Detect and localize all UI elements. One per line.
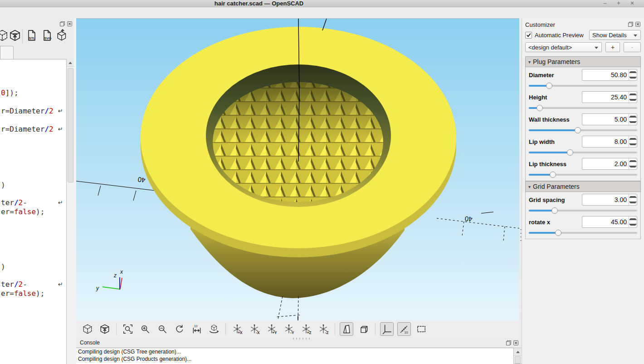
slider-handle[interactable] [551,207,558,214]
editor-tab[interactable] [0,46,14,59]
scrollbar-thumb[interactable] [68,68,73,182]
undock-icon[interactable] [506,339,512,345]
maximize-button[interactable]: + [613,0,624,6]
spin-up-icon[interactable] [629,92,637,97]
close-icon[interactable] [67,20,73,26]
spin-down-icon[interactable] [629,119,637,125]
spin-up-icon[interactable] [629,114,637,119]
orthographic-button[interactable] [357,322,371,336]
perspective-button[interactable] [340,322,353,336]
param-slider-wall-thickness[interactable] [529,127,637,133]
render-button[interactable] [98,322,112,336]
automatic-preview-checkbox[interactable] [525,32,532,39]
preview-button[interactable] [0,29,10,43]
print-3d-button[interactable] [56,29,70,43]
view-plus-x-button[interactable]: +X [230,322,244,336]
param-spinbox-diameter[interactable]: 50.80 [582,69,637,81]
slider-handle[interactable] [575,127,581,133]
close-icon[interactable] [635,21,641,27]
spin-down-icon[interactable] [629,200,637,205]
show-scale-markers-button[interactable]: 10 [397,322,411,336]
param-spinbox-lip-thickness[interactable]: 2.00 [582,158,637,170]
param-value: 25.40 [611,93,627,101]
spin-down-icon[interactable] [629,97,637,103]
svg-text:STL: STL [29,36,35,40]
scroll-up-icon[interactable] [67,59,74,67]
param-spinbox-grid-spacing[interactable]: 3.00 [582,194,637,206]
export-svg-button[interactable]: SVG [41,29,54,43]
spin-up-icon[interactable] [629,216,637,222]
slider-groove [529,107,637,109]
slider-handle[interactable] [537,105,543,111]
slider-handle[interactable] [567,149,573,156]
param-spinbox-wall-thickness[interactable]: 5.00 [582,113,637,125]
spin-down-icon[interactable] [629,142,637,147]
spin-up-icon[interactable] [629,194,637,200]
param-slider-diameter[interactable] [529,83,637,89]
code-line: ) [1,181,5,189]
code-editor[interactable]: 0]);r=Diameter/2↵r=Diameter/2↵)ter/2-↵er… [0,59,66,364]
param-slider-rotate-x[interactable] [529,230,637,236]
3d-viewport[interactable]: 40 40 [76,18,519,320]
view-minus-y-button[interactable]: -Y [282,322,296,336]
param-value: 45.00 [611,218,627,226]
param-slider-lip-thickness[interactable] [529,172,637,178]
undock-icon[interactable] [59,20,65,26]
spin-up-icon[interactable] [629,158,637,164]
spin-down-icon[interactable] [629,164,637,169]
console-scrollbar[interactable] [513,348,522,364]
export-stl-button[interactable]: STL [25,29,39,43]
slider-handle[interactable] [550,172,556,178]
reset-view-button[interactable] [173,322,186,336]
view-plus-z-button[interactable]: +Z [299,322,313,336]
export-stl-icon: STL [25,29,38,42]
preview-button[interactable] [81,322,94,336]
zoom-fit-button[interactable] [121,322,135,336]
param-slider-height[interactable] [529,105,637,111]
console-splitter-handle[interactable] [293,338,311,339]
panel-splitter-handle[interactable] [520,229,522,243]
scroll-up-icon[interactable] [514,348,522,356]
show-details-value: Show Details [592,32,627,39]
spin-down-icon[interactable] [629,75,637,80]
view-plus-y-button[interactable]: +Y [265,322,278,336]
view-all-button[interactable]: 10 [190,322,204,336]
param-slider-lip-width[interactable] [529,149,637,156]
param-spinbox-height[interactable]: 25.40 [582,91,637,103]
zoom-out-button[interactable] [156,322,169,336]
titlebar[interactable]: hair catcher.scad — OpenSCAD – + × [0,0,644,7]
param-spinbox-rotate-x[interactable]: 45.00 [582,216,637,228]
scrollbar-thumb[interactable] [515,356,521,364]
show-axes-button[interactable] [380,322,394,336]
zoom-region-button[interactable] [415,322,428,336]
svg-text:+Y: +Y [272,331,277,334]
close-button[interactable]: × [627,0,638,6]
slider-handle[interactable] [555,230,561,236]
section-header-plug-parameters[interactable]: ▾Plug Parameters [525,56,641,67]
orbit-view-button[interactable] [207,322,221,336]
editor-scrollbar[interactable] [66,59,74,364]
slider-handle[interactable] [546,83,552,89]
spin-up-icon[interactable] [629,136,637,142]
spin-down-icon[interactable] [629,222,637,227]
view-minus-x-button[interactable]: -X [248,322,261,336]
param-spinbox-lip-width[interactable]: 8.00 [582,136,637,148]
section-header-grid-parameters[interactable]: ▾Grid Parameters [525,181,641,192]
show-details-dropdown[interactable]: Show Details [589,30,641,40]
minimize-button[interactable]: – [600,0,610,6]
add-preset-button[interactable]: + [605,42,620,52]
spin-up-icon[interactable] [629,69,637,75]
close-icon[interactable] [513,339,519,345]
render-button[interactable] [9,29,22,43]
zoom-in-button[interactable] [138,322,152,336]
svg-text:SVG: SVG [44,36,51,40]
undock-icon[interactable] [628,21,634,27]
code-line: 0]); [1,89,19,97]
preset-dropdown[interactable]: <design default> [525,42,602,52]
remove-preset-button[interactable]: - [624,42,641,52]
view-minus-z-button[interactable]: -Z [317,322,330,336]
code-line: er=false); [1,289,44,298]
param-label: Diameter [529,72,554,79]
param-slider-grid-spacing[interactable] [529,207,637,214]
console-output[interactable]: Compiling design (CSG Tree generation)..… [76,348,513,364]
